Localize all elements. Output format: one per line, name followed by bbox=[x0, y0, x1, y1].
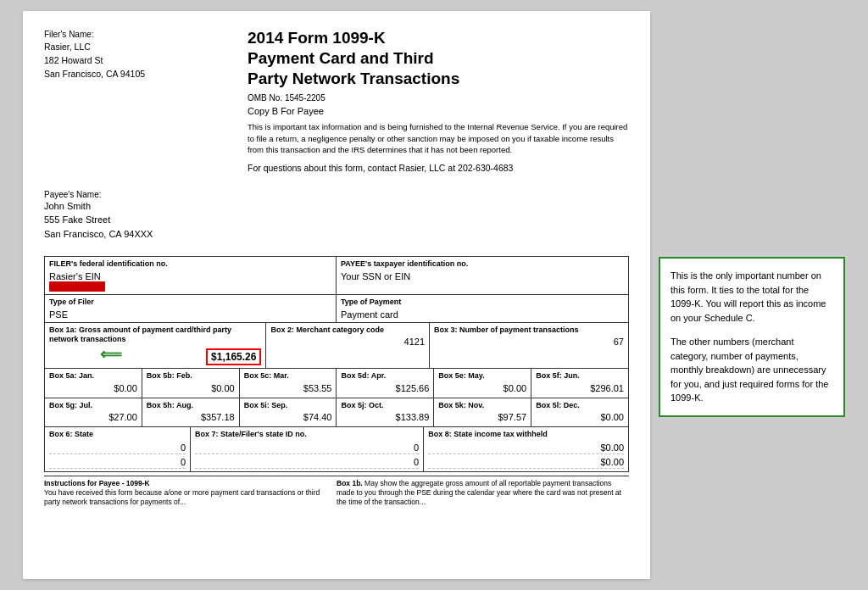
filer-id-label: FILER's federal identification no. bbox=[49, 259, 331, 270]
filer-address1: 182 Howard St bbox=[44, 54, 231, 68]
oct-cell: Box 5j: Oct. $133.89 bbox=[337, 398, 434, 427]
box2-cell: Box 2: Merchant category code 4121 bbox=[266, 323, 430, 368]
box1a-value: $1,165.26 bbox=[206, 348, 261, 365]
box3-label: Box 3: Number of payment transactions bbox=[434, 326, 624, 336]
sidebar-note: This is the only important number on thi… bbox=[659, 257, 845, 417]
payee-name-label: Payee's Name: bbox=[44, 190, 629, 199]
filer-type-value: PSE bbox=[49, 308, 331, 320]
box6-value1: 0 bbox=[49, 442, 186, 454]
page-wrapper: Filer's Name: Rasier, LLC 182 Howard St … bbox=[14, 3, 854, 587]
apr-label: Box 5d: Apr. bbox=[341, 371, 429, 381]
form-document: Filer's Name: Rasier, LLC 182 Howard St … bbox=[23, 11, 650, 579]
box8-label: Box 8: State income tax withheld bbox=[428, 430, 624, 440]
instructions-right: Box 1b. May show the aggregate gross amo… bbox=[337, 479, 629, 507]
jun-label: Box 5f: Jun. bbox=[536, 371, 624, 381]
monthly-row1: Box 5a: Jan. $0.00 Box 5b: Feb. $0.00 Bo… bbox=[45, 369, 628, 398]
apr-cell: Box 5d: Apr. $125.66 bbox=[337, 369, 434, 398]
monthly-row2: Box 5g: Jul. $27.00 Box 5h: Aug. $357.18… bbox=[45, 398, 628, 428]
filer-type-cell: Type of Filer PSE bbox=[45, 295, 337, 322]
title-section: 2014 Form 1099-K Payment Card and Third … bbox=[248, 28, 629, 175]
instructions-row: Instructions for Payee - 1099-K You have… bbox=[44, 476, 629, 507]
box6-label: Box 6: State bbox=[49, 430, 186, 440]
sep-label: Box 5i: Sep. bbox=[244, 401, 332, 411]
box7-value2: 0 bbox=[195, 457, 419, 469]
jul-label: Box 5g: Jul. bbox=[49, 401, 137, 411]
box7-label: Box 7: State/Filer's state ID no. bbox=[195, 430, 419, 440]
payee-id-cell: PAYEE's taxpayer identification no. Your… bbox=[337, 257, 628, 294]
filer-address2: San Francisco, CA 94105 bbox=[44, 68, 231, 81]
box7-cell: Box 7: State/Filer's state ID no. 0 0 bbox=[191, 427, 424, 471]
top-section: Filer's Name: Rasier, LLC 182 Howard St … bbox=[44, 28, 629, 175]
sep-cell: Box 5i: Sep. $74.40 bbox=[240, 398, 337, 427]
box1a-label: Box 1a: Gross amount of payment card/thi… bbox=[49, 326, 261, 345]
payee-address1: 555 Fake Street bbox=[44, 213, 629, 227]
green-arrow-icon: ⟸ bbox=[100, 345, 122, 364]
type-row: Type of Filer PSE Type of Payment Paymen… bbox=[45, 295, 628, 323]
sidebar-text2: The other numbers (merchant category, nu… bbox=[670, 335, 833, 405]
filer-info: Filer's Name: Rasier, LLC 182 Howard St … bbox=[44, 28, 231, 175]
mar-cell: Box 5c: Mar. $53.55 bbox=[240, 369, 337, 398]
filer-type-label: Type of Filer bbox=[49, 298, 331, 308]
instructions-left: Instructions for Payee - 1099-K You have… bbox=[44, 479, 337, 507]
copy-line: Copy B For Payee bbox=[248, 106, 629, 116]
jul-cell: Box 5g: Jul. $27.00 bbox=[45, 398, 142, 427]
box3-cell: Box 3: Number of payment transactions 67 bbox=[430, 323, 628, 368]
aug-label: Box 5h: Aug. bbox=[147, 401, 235, 411]
box8-value1: $0.00 bbox=[428, 442, 624, 454]
box1a-inner: $1,165.26 ⟸ bbox=[49, 348, 261, 365]
box8-cell: Box 8: State income tax withheld $0.00 $… bbox=[424, 427, 628, 471]
dec-cell: Box 5l: Dec. $0.00 bbox=[531, 398, 628, 427]
may-cell: Box 5e: May. $0.00 bbox=[434, 369, 531, 398]
ids-row: FILER's federal identification no. Rasie… bbox=[45, 257, 628, 295]
box2-value: 4121 bbox=[270, 335, 425, 348]
box8-value2: $0.00 bbox=[428, 457, 624, 469]
state-row: Box 6: State 0 0 Box 7: State/Filer's st… bbox=[45, 427, 628, 471]
dec-value: $0.00 bbox=[536, 410, 624, 424]
aug-cell: Box 5h: Aug. $357.18 bbox=[142, 398, 240, 427]
mar-value: $53.55 bbox=[244, 381, 332, 395]
nov-value: $97.57 bbox=[438, 410, 526, 424]
filer-id-cell: FILER's federal identification no. Rasie… bbox=[45, 257, 337, 294]
aug-value: $357.18 bbox=[147, 410, 235, 424]
apr-value: $125.66 bbox=[341, 381, 429, 395]
nov-cell: Box 5k: Nov. $97.57 bbox=[434, 398, 531, 427]
jun-value: $296.01 bbox=[536, 381, 624, 395]
contact-text: For questions about this form, contact R… bbox=[248, 162, 629, 175]
box3-value: 67 bbox=[434, 335, 624, 348]
jan-cell: Box 5a: Jan. $0.00 bbox=[45, 369, 142, 398]
dec-label: Box 5l: Dec. bbox=[536, 401, 624, 411]
box2-label: Box 2: Merchant category code bbox=[270, 326, 425, 336]
jul-value: $27.00 bbox=[49, 410, 137, 424]
filer-name-label: Filer's Name: bbox=[44, 28, 231, 41]
sep-value: $74.40 bbox=[244, 410, 332, 424]
jun-cell: Box 5f: Jun. $296.01 bbox=[531, 369, 628, 398]
sidebar-text1: This is the only important number on thi… bbox=[670, 269, 833, 325]
box1a-cell: Box 1a: Gross amount of payment card/thi… bbox=[45, 323, 266, 368]
payee-address2: San Francisco, CA 94XXX bbox=[44, 227, 629, 242]
may-label: Box 5e: May. bbox=[438, 371, 526, 381]
box6-cell: Box 6: State 0 0 bbox=[45, 427, 191, 471]
feb-label: Box 5b: Feb. bbox=[147, 371, 235, 381]
jan-value: $0.00 bbox=[49, 381, 137, 395]
jan-label: Box 5a: Jan. bbox=[49, 371, 137, 381]
box6-value2: 0 bbox=[49, 457, 186, 469]
oct-label: Box 5j: Oct. bbox=[341, 401, 429, 411]
filer-id-value: Rasier's EIN XXXXXXXXX bbox=[49, 270, 331, 292]
form-title: 2014 Form 1099-K Payment Card and Third … bbox=[248, 28, 629, 88]
filer-id-redacted: XXXXXXXXX bbox=[49, 281, 105, 292]
omb-number: OMB No. 1545-2205 bbox=[248, 93, 629, 103]
filer-name: Rasier, LLC bbox=[44, 41, 231, 54]
notice-text: This is important tax information and is… bbox=[248, 121, 629, 155]
box7-value1: 0 bbox=[195, 442, 419, 454]
feb-cell: Box 5b: Feb. $0.00 bbox=[142, 369, 240, 398]
nov-label: Box 5k: Nov. bbox=[438, 401, 526, 411]
payment-type-cell: Type of Payment Payment card bbox=[337, 295, 628, 322]
form-table: FILER's federal identification no. Rasie… bbox=[44, 256, 629, 472]
oct-value: $133.89 bbox=[341, 410, 429, 424]
payment-type-value: Payment card bbox=[341, 308, 624, 320]
payee-id-label: PAYEE's taxpayer identification no. bbox=[341, 259, 624, 270]
mar-label: Box 5c: Mar. bbox=[244, 371, 332, 381]
payment-type-label: Type of Payment bbox=[341, 298, 624, 308]
may-value: $0.00 bbox=[438, 381, 526, 395]
feb-value: $0.00 bbox=[147, 381, 235, 395]
